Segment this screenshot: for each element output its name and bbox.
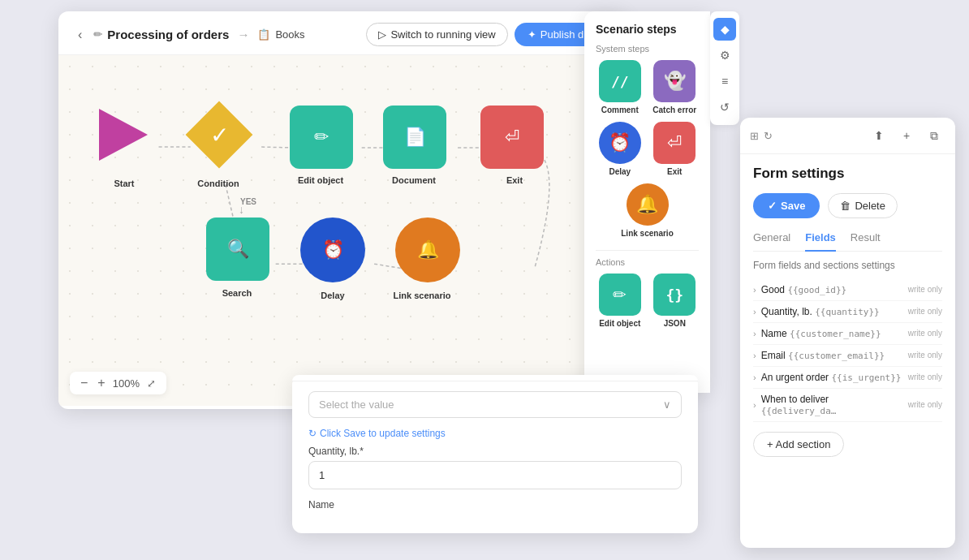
exit-icon: ⏎ — [667, 132, 682, 153]
node-start-label: Start — [88, 179, 161, 188]
field-urgent-label: An urgent order {{is_urgent}} — [761, 372, 905, 383]
link-icon-box: 🔔 — [627, 183, 669, 226]
workflow-header: ‹ ✏ Processing of orders → 📋 Books ▷ Swi… — [58, 11, 627, 55]
form-tabs: General Fields Result — [753, 231, 942, 252]
node-exit[interactable]: ⏎ — [480, 106, 544, 169]
form-settings-title: Form settings — [753, 166, 942, 182]
save-button[interactable]: ✓ Save — [753, 193, 820, 218]
tab-general[interactable]: General — [753, 231, 790, 252]
arrow-separator: → — [237, 28, 249, 41]
hint-text: Click Save to update settings — [320, 428, 446, 439]
node-edit[interactable]: ✏ — [290, 106, 353, 169]
workflow-card: ‹ ✏ Processing of orders → 📋 Books ▷ Swi… — [58, 11, 627, 409]
update-hint: ↻ Click Save to update settings — [308, 428, 682, 439]
rt-refresh-button[interactable]: ↺ — [713, 96, 736, 118]
chevron-email: › — [753, 351, 756, 360]
edit-action-icon-box: ✏ — [599, 274, 641, 316]
scenario-panel: Scenario steps System steps // Comment 👻… — [584, 11, 710, 393]
name-field-group: Name — [308, 499, 682, 510]
yes-arrow: ↓ — [239, 203, 244, 216]
delete-button[interactable]: 🗑 Delete — [828, 193, 898, 218]
edit-action-label: Edit object — [599, 319, 640, 329]
field-quantity-badge: write only — [908, 307, 942, 316]
fit-view-button[interactable]: ⤢ — [144, 377, 158, 390]
chevron-down-icon: ∨ — [663, 398, 671, 411]
actions-label: Actions — [596, 257, 699, 267]
form-settings-body: Form settings ✓ Save 🗑 Delete General Fi… — [740, 154, 955, 468]
export-icon-btn[interactable]: ⬆ — [868, 124, 890, 147]
step-catch-error[interactable]: 👻 Catch error — [651, 60, 700, 115]
field-row-urgent[interactable]: › An urgent order {{is_urgent}} write on… — [753, 367, 942, 389]
delay-icon: ⏰ — [609, 132, 631, 153]
field-row-good[interactable]: › Good {{good_id}} write only — [753, 279, 942, 301]
exit-icon-box: ⏎ — [653, 122, 696, 164]
node-document[interactable]: 📄 — [383, 106, 446, 169]
catch-error-step-label: Catch error — [652, 106, 696, 115]
node-condition-label: Condition — [182, 179, 255, 188]
pencil-icon: ✏ — [93, 28, 102, 41]
add-section-button[interactable]: + Add section — [753, 432, 844, 457]
add-icon-btn[interactable]: + — [895, 124, 918, 147]
chevron-good: › — [753, 285, 756, 295]
fields-section-title: Form fields and sections settings — [753, 260, 942, 271]
chevron-quantity: › — [753, 307, 756, 317]
tab-result[interactable]: Result — [851, 231, 881, 252]
refresh-small-icon: ↻ — [764, 130, 773, 142]
step-json-panel[interactable]: {} JSON — [651, 274, 700, 329]
field-good-badge: write only — [908, 285, 942, 294]
delete-label: Delete — [855, 200, 885, 212]
node-start[interactable] — [89, 102, 154, 167]
node-document-label: Document — [377, 175, 450, 185]
quantity-field-group: Quantity, lb.* — [308, 446, 682, 489]
trash-icon: 🗑 — [840, 200, 851, 212]
title-text: Processing of orders — [107, 28, 229, 41]
field-name-label: Name {{customer_name}} — [761, 328, 905, 339]
canvas-area[interactable]: Start ✓ Condition YES ↓ ✏ Edit object 📄 … — [58, 55, 627, 406]
field-name-badge: write only — [908, 329, 942, 338]
step-delay-panel[interactable]: ⏰ Delay — [596, 122, 644, 177]
field-row-name[interactable]: › Name {{customer_name}} write only — [753, 323, 942, 345]
zoom-out-button[interactable]: − — [78, 376, 90, 390]
select-value-input[interactable]: Select the value ∨ — [308, 391, 682, 418]
rt-diamond-button[interactable]: ◆ — [713, 18, 736, 41]
quantity-field-input[interactable] — [308, 461, 682, 489]
switch-btn-label: Switch to running view — [390, 28, 495, 41]
rt-settings-button[interactable]: ⚙ — [713, 44, 736, 67]
step-exit-panel[interactable]: ⏎ Exit — [651, 122, 700, 177]
field-quantity-label: Quantity, lb. {{quantity}} — [761, 306, 905, 317]
copy-icon-btn[interactable]: ⧉ — [923, 124, 945, 147]
step-link-panel[interactable]: 🔔 Link scenario — [596, 183, 699, 239]
node-link[interactable]: 🔔 — [395, 218, 460, 282]
chevron-urgent: › — [753, 373, 756, 382]
field-row-email[interactable]: › Email {{customer_email}} write only — [753, 345, 942, 367]
node-link-label: Link scenario — [385, 291, 459, 300]
rt-list-button[interactable]: ≡ — [713, 70, 736, 93]
actions-grid: ✏ Edit object {} JSON — [596, 274, 699, 329]
field-row-quantity[interactable]: › Quantity, lb. {{quantity}} write only — [753, 301, 942, 323]
canvas-toolbar: − + 100% ⤢ — [70, 372, 166, 394]
node-delay-label: Delay — [296, 291, 369, 300]
step-edit-object-panel[interactable]: ✏ Edit object — [596, 274, 644, 329]
back-button[interactable]: ‹ — [73, 26, 87, 44]
step-comment[interactable]: // Comment — [596, 60, 644, 115]
node-delay[interactable]: ⏰ — [300, 218, 365, 282]
field-row-deliver[interactable]: › When to deliver {{delivery_da… write o… — [753, 389, 942, 422]
field-email-badge: write only — [908, 351, 942, 360]
json-icon: {} — [665, 286, 683, 304]
zoom-in-button[interactable]: + — [95, 376, 107, 390]
workflow-actions: ▷ Switch to running view ✦ Publish draft — [366, 23, 612, 46]
node-search[interactable]: 🔍 — [206, 218, 269, 281]
chevron-name: › — [753, 329, 756, 338]
ghost-icon: 👻 — [664, 71, 686, 92]
name-field-label: Name — [308, 499, 682, 510]
comment-icon-box: // — [599, 60, 641, 102]
tab-fields[interactable]: Fields — [805, 231, 836, 252]
node-condition[interactable]: ✓ — [182, 97, 256, 172]
checkmark-icon: ✓ — [768, 200, 777, 212]
edit-action-icon: ✏ — [613, 285, 627, 304]
switch-view-button[interactable]: ▷ Switch to running view — [366, 23, 507, 46]
json-step-label: JSON — [664, 319, 686, 329]
translate-icon: ⊞ — [750, 130, 759, 142]
field-good-label: Good {{good_id}} — [761, 284, 905, 295]
field-email-label: Email {{customer_email}} — [761, 350, 905, 361]
